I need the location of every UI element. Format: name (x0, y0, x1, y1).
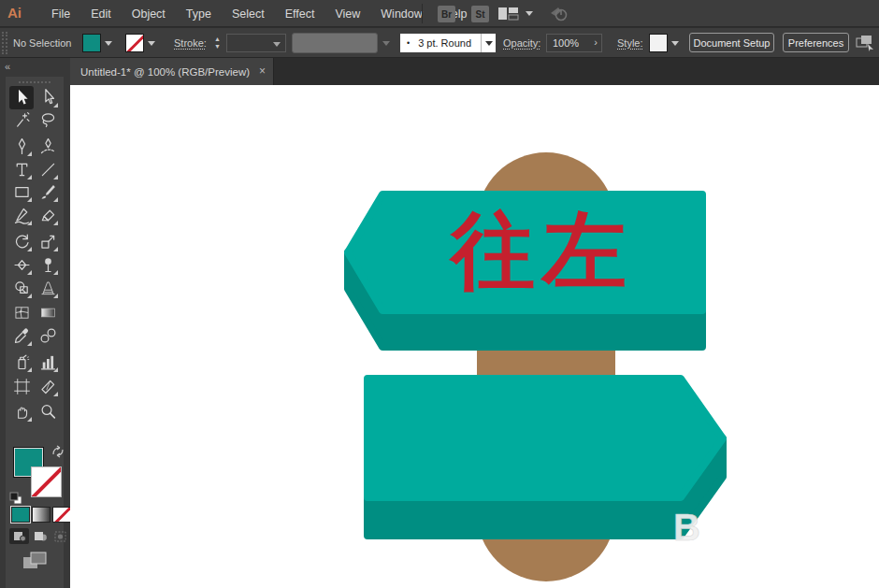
draw-inside-mode-button[interactable] (50, 528, 70, 544)
menu-item-edit[interactable]: Edit (80, 0, 122, 27)
control-bar-grip[interactable] (2, 32, 7, 54)
zoom-icon (38, 402, 58, 422)
perspective-grid-tool[interactable] (36, 277, 60, 300)
direct-selection-tool[interactable] (36, 86, 60, 109)
artwork: 往左 B (70, 85, 879, 588)
panel-collapse-icon[interactable]: « (5, 61, 9, 72)
tools-panel-body (6, 77, 64, 588)
stroke-color-swatch[interactable] (125, 34, 144, 52)
swap-fill-stroke-icon[interactable] (50, 445, 65, 462)
rotate-icon (12, 232, 32, 251)
style-label[interactable]: Style: (617, 37, 643, 49)
selection-tool[interactable] (9, 86, 34, 109)
rectangle-tool[interactable] (9, 180, 34, 204)
paintbrush-tool[interactable] (36, 180, 60, 204)
scale-tool[interactable] (36, 230, 60, 253)
preferences-button[interactable]: Preferences (783, 33, 849, 52)
column-graph-tool[interactable] (36, 351, 60, 374)
zoom-tool[interactable] (36, 400, 60, 423)
none-button[interactable] (52, 507, 71, 523)
stroke-weight-dropdown[interactable] (226, 34, 286, 52)
fill-chevron-icon[interactable] (105, 41, 112, 46)
curvature-tool[interactable] (36, 135, 60, 158)
width-tool[interactable] (9, 253, 34, 277)
fill-color-swatch[interactable] (82, 34, 101, 52)
stroke-label[interactable]: Stroke: (174, 37, 207, 49)
eyedropper-tool[interactable] (9, 324, 34, 348)
pen-icon (12, 136, 32, 156)
menu-item-view[interactable]: View (324, 0, 370, 27)
document-tab-bar: Untitled-1* @ 100% (RGB/Preview) × (70, 58, 879, 85)
style-swatch[interactable] (649, 34, 668, 52)
menu-item-file[interactable]: File (41, 0, 80, 27)
menu-item-window[interactable]: Window (370, 0, 432, 27)
style-chevron-icon[interactable] (671, 41, 679, 46)
stroke-chevron-icon[interactable] (148, 41, 155, 46)
mesh-tool[interactable] (9, 301, 34, 324)
chevron-down-icon[interactable] (526, 11, 533, 16)
menu-bar: Ai FileEditObjectTypeSelectEffectViewWin… (0, 0, 879, 27)
document-setup-button[interactable]: Document Setup (689, 33, 774, 52)
stock-button[interactable]: St (471, 6, 489, 22)
sign-text[interactable]: 往左 (448, 204, 634, 297)
gradient-tool[interactable] (36, 301, 60, 324)
menu-item-select[interactable]: Select (222, 0, 275, 27)
puppet-warp-tool[interactable] (36, 253, 60, 277)
rotate-tool[interactable] (9, 230, 34, 253)
draw-behind-mode-button[interactable] (30, 528, 50, 544)
line-segment-tool[interactable] (36, 158, 60, 181)
paintbrush-icon (38, 182, 58, 202)
chevron-down-icon (382, 41, 390, 46)
lasso-tool[interactable] (36, 108, 60, 132)
slice-tool[interactable] (36, 375, 60, 398)
shape-builder-tool[interactable] (9, 277, 34, 300)
opacity-field[interactable]: 100% › (546, 34, 602, 52)
color-button[interactable] (11, 507, 30, 523)
artboard-canvas[interactable]: 往左 B (70, 85, 879, 588)
rectangle-icon (12, 182, 32, 202)
brush-definition-dropdown[interactable]: • 3 pt. Round (400, 34, 481, 52)
gradient-button[interactable] (32, 507, 50, 523)
menu-items: FileEditObjectTypeSelectEffectViewWindow… (41, 0, 478, 27)
top-sign-left-arrow[interactable]: 往左 (348, 194, 702, 347)
magic-wand-tool[interactable] (9, 108, 34, 132)
workspace-switcher-icon[interactable] (498, 7, 519, 24)
artboard-tool[interactable] (9, 375, 34, 398)
gpu-performance-icon[interactable] (548, 5, 569, 27)
stroke-weight-stepper[interactable]: ▲▼ (212, 36, 223, 50)
column-graph-icon (38, 352, 58, 372)
stroke-proxy-swatch[interactable] (31, 466, 62, 497)
tab-close-icon[interactable]: × (259, 65, 266, 78)
selection-status: No Selection (13, 37, 71, 49)
draw-normal-mode-button[interactable] (9, 528, 29, 544)
document-tab[interactable]: Untitled-1* @ 100% (RGB/Preview) × (70, 58, 274, 85)
gradient-icon (38, 303, 58, 323)
symbol-sprayer-tool[interactable] (9, 351, 34, 374)
document-tab-title: Untitled-1* @ 100% (RGB/Preview) (80, 66, 250, 78)
menu-item-type[interactable]: Type (176, 0, 222, 27)
blend-tool[interactable] (36, 324, 60, 348)
scale-icon (38, 232, 58, 251)
shaper-tool[interactable] (9, 204, 34, 227)
hand-tool[interactable] (9, 400, 34, 423)
puppet-warp-icon (38, 255, 58, 275)
bridge-button[interactable]: Br (438, 6, 455, 22)
dock-control-panel-icon[interactable] (856, 35, 874, 55)
pen-tool[interactable] (9, 135, 34, 158)
variable-width-dropdown[interactable] (292, 33, 378, 53)
brush-definition-value: 3 pt. Round (418, 37, 471, 49)
shape-builder-icon (12, 279, 32, 298)
change-screen-mode-icon[interactable] (22, 552, 47, 574)
type-tool[interactable] (9, 158, 34, 181)
brush-dropdown-button[interactable] (481, 34, 496, 52)
menu-item-object[interactable]: Object (122, 0, 176, 27)
eraser-tool[interactable] (36, 204, 60, 227)
type-icon (12, 160, 32, 179)
menu-item-effect[interactable]: Effect (275, 0, 325, 27)
bottom-sign-right-arrow[interactable] (367, 379, 723, 536)
opacity-arrow-icon[interactable]: › (594, 36, 598, 48)
opacity-label[interactable]: Opacity: (503, 37, 540, 49)
control-bar: No Selection Stroke: ▲▼ • 3 pt. Round Op… (0, 28, 879, 58)
watermark-letter: B (673, 507, 700, 548)
none-slash-icon (126, 34, 144, 52)
